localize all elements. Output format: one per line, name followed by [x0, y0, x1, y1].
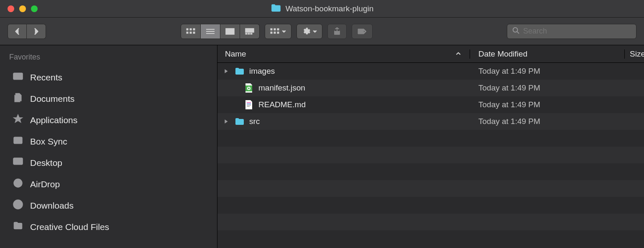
file-date: Today at 1:49 PM [470, 67, 625, 76]
tags-button[interactable] [352, 24, 373, 39]
file-date: Today at 1:49 PM [470, 83, 625, 93]
column-header-name[interactable]: Name [217, 49, 470, 59]
empty-row [217, 214, 644, 230]
window-title: Watson-bookmark-plugin [286, 4, 374, 13]
svg-rect-9 [226, 28, 234, 34]
file-row[interactable]: manifest.json Today at 1:49 PM [217, 80, 644, 96]
svg-rect-17 [274, 28, 276, 30]
file-row[interactable]: src Today at 1:49 PM [217, 113, 644, 130]
close-window-button[interactable] [8, 5, 14, 12]
sidebar-item-desktop[interactable]: Desktop [0, 152, 217, 173]
empty-row [217, 130, 644, 147]
documents-icon [13, 92, 23, 105]
downloads-icon [13, 199, 23, 212]
file-name: src [249, 117, 260, 126]
back-button[interactable] [8, 24, 27, 39]
markdown-file-icon [243, 100, 254, 110]
file-rows: images Today at 1:49 PM manifest.json To… [217, 63, 644, 248]
empty-row [217, 230, 644, 247]
svg-rect-5 [193, 32, 195, 34]
svg-rect-1 [190, 28, 192, 30]
gallery-view-button[interactable] [240, 24, 260, 39]
empty-row [217, 147, 644, 163]
sort-ascending-icon [455, 49, 461, 59]
svg-rect-0 [187, 28, 188, 30]
disclosure-triangle-icon[interactable] [222, 69, 230, 74]
svg-rect-13 [245, 33, 247, 34]
file-date: Today at 1:49 PM [470, 117, 625, 126]
sidebar-item-label: Desktop [30, 158, 62, 168]
minimize-window-button[interactable] [19, 5, 26, 12]
file-list-area: Name Date Modified Size images Today at … [217, 45, 644, 248]
svg-rect-12 [245, 28, 254, 32]
column-header-size-label: Size [630, 49, 644, 58]
main-area: Favorites Recents Documents Applications… [0, 45, 644, 248]
file-date: Today at 1:49 PM [470, 100, 625, 109]
column-header-name-label: Name [225, 49, 246, 59]
svg-rect-14 [248, 33, 250, 34]
sidebar-item-label: Downloads [30, 201, 74, 211]
share-button[interactable] [327, 24, 347, 39]
search-container [507, 24, 636, 39]
svg-point-38 [248, 88, 250, 89]
sidebar-item-box-sync[interactable]: box Box Sync [0, 131, 217, 152]
empty-row [217, 180, 644, 197]
arrange-button[interactable] [265, 24, 291, 39]
forward-button[interactable] [27, 24, 46, 39]
sidebar-item-label: Documents [30, 94, 74, 104]
sidebar-item-label: Recents [30, 72, 62, 83]
sidebar-item-creative-cloud[interactable]: Creative Cloud Files [0, 216, 217, 238]
json-file-icon [243, 83, 254, 93]
column-header-size[interactable]: Size [625, 49, 644, 59]
sidebar-item-downloads[interactable]: Downloads [0, 195, 217, 216]
svg-line-24 [517, 31, 519, 34]
toolbar [0, 18, 644, 45]
column-view-button[interactable] [220, 24, 240, 39]
empty-row [217, 197, 644, 214]
column-header-row: Name Date Modified Size [217, 45, 644, 63]
folder-icon [13, 220, 23, 233]
svg-rect-21 [277, 32, 279, 34]
maximize-window-button[interactable] [31, 5, 38, 12]
file-name: images [249, 67, 275, 76]
sidebar-item-airdrop[interactable]: AirDrop [0, 173, 217, 195]
file-name: manifest.json [258, 83, 305, 93]
folder-icon [234, 117, 245, 126]
svg-rect-4 [190, 32, 192, 34]
file-name: README.md [258, 100, 306, 109]
sidebar-item-label: Applications [30, 115, 77, 125]
desktop-icon [13, 156, 23, 169]
svg-rect-2 [193, 28, 195, 30]
empty-row [217, 163, 644, 180]
sidebar: Favorites Recents Documents Applications… [0, 45, 217, 248]
svg-rect-3 [187, 32, 188, 34]
sidebar-section-header: Favorites [0, 53, 217, 67]
icon-view-button[interactable] [181, 24, 201, 39]
search-icon [512, 27, 520, 36]
column-header-date-label: Date Modified [478, 49, 527, 58]
sidebar-item-applications[interactable]: Applications [0, 109, 217, 131]
folder-icon [271, 3, 281, 14]
view-mode-group [181, 24, 260, 39]
list-view-button[interactable] [201, 24, 220, 39]
box-icon: box [13, 135, 23, 148]
svg-text:box: box [15, 139, 21, 143]
airdrop-icon [13, 178, 23, 191]
svg-rect-15 [250, 33, 252, 34]
column-header-date[interactable]: Date Modified [470, 49, 625, 59]
svg-point-22 [363, 31, 365, 32]
svg-rect-19 [271, 32, 272, 34]
search-input[interactable] [523, 27, 631, 36]
svg-rect-20 [274, 32, 276, 34]
sidebar-item-documents[interactable]: Documents [0, 88, 217, 109]
applications-icon [13, 114, 23, 127]
sidebar-item-recents[interactable]: Recents [0, 67, 217, 88]
disclosure-triangle-icon[interactable] [222, 119, 230, 124]
action-button[interactable] [296, 24, 322, 39]
titlebar: Watson-bookmark-plugin [0, 0, 644, 18]
svg-point-23 [513, 27, 518, 32]
file-row[interactable]: README.md Today at 1:49 PM [217, 96, 644, 113]
folder-icon [234, 67, 245, 75]
svg-rect-18 [277, 28, 279, 30]
file-row[interactable]: images Today at 1:49 PM [217, 63, 644, 80]
